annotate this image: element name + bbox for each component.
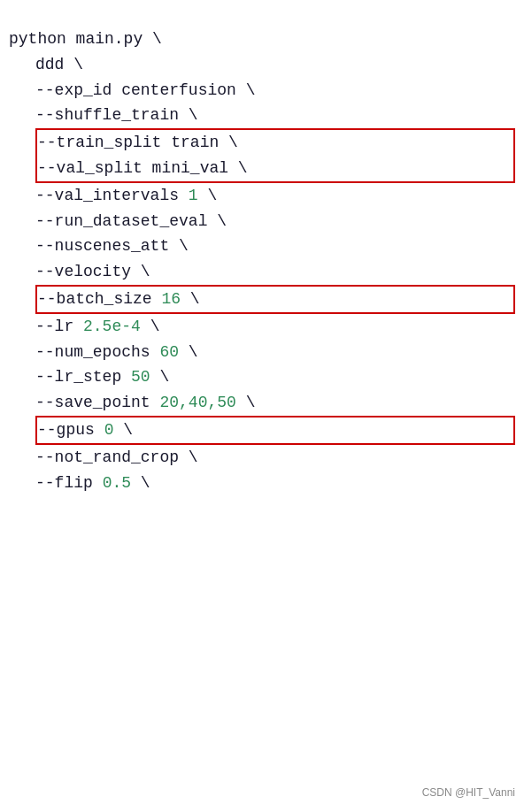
code-text: --nuscenes_att \: [35, 237, 189, 255]
code-text: ddd \: [35, 56, 83, 73]
code-line-17: --not_rand_crop \: [9, 445, 515, 471]
green-value: 16: [161, 290, 181, 308]
code-line-6: --val_split mini_val \: [37, 156, 513, 181]
code-line-14: --lr_step 50 \: [9, 364, 515, 390]
green-value: 2.5e-4: [83, 318, 141, 335]
highlight-box-a: --train_split train \ --val_split mini_v…: [35, 128, 515, 183]
code-line-18: --flip 0.5 \: [9, 471, 515, 496]
code-text: --val_split mini_val \: [37, 159, 248, 177]
code-line-8: --run_dataset_eval \: [9, 209, 515, 234]
code-text: --val_intervals 1 \: [35, 187, 217, 204]
code-text: --velocity \: [35, 263, 150, 280]
highlight-box-b: --batch_size 16 \: [35, 285, 515, 314]
code-line-10: --velocity \: [9, 259, 515, 285]
code-line-1: python main.py \: [9, 27, 515, 52]
green-value: 1: [189, 187, 198, 204]
code-text: --num_epochs 60 \: [35, 343, 198, 361]
code-line-2: ddd \: [9, 52, 515, 78]
code-line-13: --num_epochs 60 \: [9, 340, 515, 365]
code-line-5: --train_split train \: [37, 130, 513, 156]
code-text: --gpus 0 \: [37, 421, 133, 439]
code-line-7: --val_intervals 1 \: [9, 183, 515, 209]
code-text: --batch_size 16 \: [37, 290, 200, 308]
code-line-4: --shuffle_train \: [9, 103, 515, 128]
code-text: --exp_id centerfusion \: [35, 81, 255, 99]
code-text: --shuffle_train \: [35, 106, 198, 124]
code-block: python main.py \ ddd \ --exp_id centerfu…: [9, 18, 515, 504]
green-value: 60: [159, 343, 179, 361]
green-value: 50: [131, 368, 150, 386]
code-text: --flip 0.5 \: [35, 474, 150, 492]
code-line-15: --save_point 20,40,50 \: [9, 390, 515, 416]
code-text: --lr_step 50 \: [35, 368, 169, 386]
code-text: --train_split train \: [37, 134, 238, 151]
green-value: 0.5: [103, 474, 131, 492]
highlight-box-c: --gpus 0 \: [35, 416, 515, 445]
code-line-12: --lr 2.5e-4 \: [9, 314, 515, 340]
watermark: CSDN @HIT_Vanni: [422, 785, 515, 801]
code-line-9: --nuscenes_att \: [9, 234, 515, 259]
code-text: --save_point 20,40,50 \: [35, 394, 255, 411]
code-line-16: --gpus 0 \: [37, 417, 513, 443]
code-text: python main.py \: [9, 30, 162, 48]
code-text: --lr 2.5e-4 \: [35, 318, 159, 335]
code-line-3: --exp_id centerfusion \: [9, 78, 515, 103]
code-text: --run_dataset_eval \: [35, 212, 227, 230]
code-text: --not_rand_crop \: [35, 448, 198, 466]
green-value: 20,40,50: [159, 394, 235, 411]
code-line-11: --batch_size 16 \: [37, 287, 513, 312]
green-value: 0: [104, 421, 114, 439]
